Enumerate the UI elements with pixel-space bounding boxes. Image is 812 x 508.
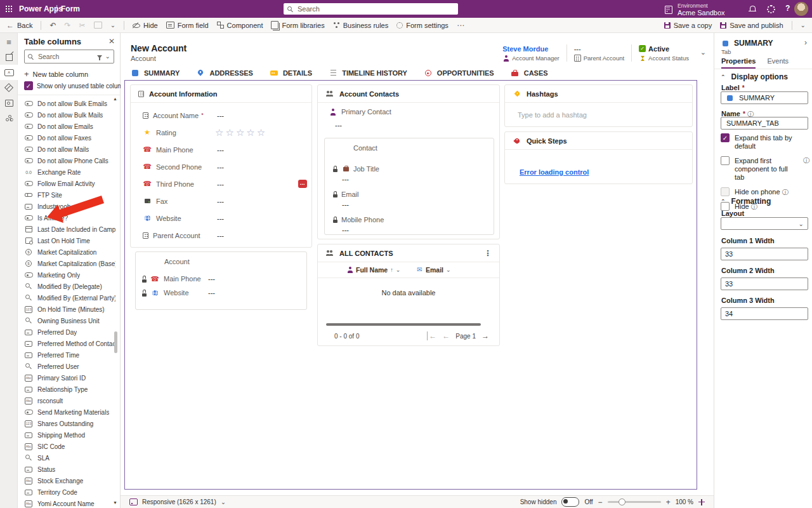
name-input[interactable] (725, 119, 804, 128)
header-field[interactable]: Active Account Status (631, 44, 696, 62)
undo-button[interactable]: ↶ (49, 22, 56, 29)
table-column-item[interactable]: Primary Satori ID (18, 372, 115, 384)
table-column-item[interactable]: Status (18, 464, 115, 475)
formatting-section[interactable]: ⌃ Formatting (721, 197, 771, 206)
collapse-panel-icon[interactable]: › (804, 38, 807, 47)
table-column-item[interactable]: SLA (18, 452, 115, 464)
kebab-menu-icon[interactable]: ⋮ (484, 249, 492, 258)
locked-field-block[interactable]: Mobile Phone --- (332, 215, 488, 236)
clipboard-dropdown[interactable]: ⌄ (110, 22, 115, 29)
checkbox-row[interactable]: Expand this tab by default (721, 133, 809, 150)
table-column-item[interactable]: Preferred User (18, 361, 115, 372)
form-tab[interactable]: CASES (511, 67, 548, 79)
columns-search-input[interactable] (37, 52, 79, 61)
form-settings-button[interactable]: Form settings (396, 22, 449, 29)
show-unused-checkbox-row[interactable]: Show only unused table columns (24, 81, 129, 90)
form-field-row[interactable]: Website --- (143, 210, 311, 227)
table-column-item[interactable]: Stock Exchange (18, 475, 115, 486)
table-column-item[interactable]: Preferred Time (18, 349, 115, 361)
business-rules-button[interactable]: Business rules (333, 22, 389, 29)
scroll-up-arrow[interactable]: ▲ (113, 97, 117, 101)
settings-icon[interactable] (767, 5, 775, 13)
table-column-item[interactable]: Shares Outstanding (18, 418, 115, 429)
checkbox[interactable] (721, 156, 730, 165)
save-options-dropdown[interactable]: ⌄ (801, 22, 806, 29)
column-header-email[interactable]: Email ⌄ (416, 262, 451, 277)
width-input[interactable] (721, 307, 808, 320)
notifications-icon[interactable] (749, 5, 756, 13)
help-icon[interactable]: ? (785, 4, 790, 11)
save-a-copy-button[interactable]: Save a copy (664, 22, 712, 29)
table-column-item[interactable]: Follow Email Activity (18, 178, 115, 189)
section-account-contacts[interactable]: Account Contacts Primary Contact --- Con… (317, 84, 500, 239)
table-column-item[interactable]: Do not allow Phone Calls (18, 155, 115, 166)
section-account-information[interactable]: Account Information Account Name* --- Ra… (130, 84, 312, 248)
table-column-item[interactable]: Modified By (Delegate) (18, 281, 115, 292)
form-libraries-button[interactable]: Form libraries (271, 21, 324, 29)
checkbox[interactable] (721, 133, 730, 142)
table-column-item[interactable]: Modified By (External Party) (18, 292, 115, 304)
table-column-item[interactable]: Do not allow Bulk Emails (18, 98, 115, 109)
checkbox[interactable] (721, 187, 730, 196)
table-column-item[interactable]: Do not allow Emails (18, 121, 115, 132)
table-column-item[interactable]: Exchange Rate (18, 166, 115, 178)
filter-icon[interactable] (97, 55, 102, 58)
form-field-row[interactable]: Third Phone --- ••• (143, 175, 311, 192)
new-table-column-button[interactable]: + New table column (24, 70, 88, 78)
paste-button[interactable] (94, 22, 102, 29)
table-column-item[interactable]: Marketing Only (18, 269, 115, 281)
form-tab[interactable]: ADDRESSES (196, 67, 252, 79)
tab-events[interactable]: Events (767, 57, 789, 69)
locked-field-block[interactable]: Email --- (332, 189, 488, 210)
save-and-publish-button[interactable]: Save and publish (720, 22, 783, 29)
rail-components-button[interactable] (0, 80, 18, 95)
show-hidden-toggle[interactable] (561, 497, 579, 507)
label-input[interactable] (738, 93, 804, 102)
avatar[interactable] (794, 2, 808, 16)
table-column-item[interactable]: SIC Code (18, 441, 115, 452)
info-icon[interactable]: ⓘ (782, 189, 789, 196)
layout-select[interactable]: ⌄ (721, 217, 808, 230)
rail-tree-view-button[interactable] (0, 110, 18, 126)
form-field-row[interactable]: Rating ☆☆☆☆☆ (143, 124, 311, 141)
table-column-item[interactable]: Owning Business Unit (18, 315, 115, 326)
table-column-item[interactable]: Yomi Account Name (18, 498, 115, 508)
table-column-item[interactable]: Do not allow Bulk Mails (18, 109, 115, 121)
section-all-contacts[interactable]: ALL CONTACTS ⋮ Full Name ↑ ⌄ Email ⌄ No … (317, 244, 500, 346)
table-column-item[interactable]: rsconsult (18, 395, 115, 406)
column-header-full-name[interactable]: Full Name ↑ ⌄ (346, 262, 400, 277)
display-options-section[interactable]: ⌃ Display options (721, 72, 788, 81)
section-quick-steps[interactable]: Quick Steps Error loading control (504, 131, 693, 184)
scroll-down-arrow[interactable]: ▼ (113, 500, 117, 505)
zoom-slider[interactable] (608, 501, 661, 503)
table-column-item[interactable]: Territory Code (18, 486, 115, 498)
chevron-down-icon[interactable]: ⌄ (396, 267, 401, 273)
rail-menu-button[interactable]: ≡ (0, 34, 18, 50)
table-column-item[interactable]: Preferred Day (18, 326, 115, 338)
locked-field-row[interactable]: Main Phone --- (141, 272, 301, 286)
previous-page-icon[interactable]: ← (442, 331, 450, 340)
table-column-item[interactable]: Last Date Included in Campaign (18, 224, 115, 235)
table-column-item[interactable]: Do not allow Mails (18, 144, 115, 155)
form-field-row[interactable]: Fax --- (143, 192, 311, 210)
columns-search-box[interactable]: ⌄ (24, 50, 114, 64)
global-search[interactable] (284, 3, 458, 15)
table-column-item[interactable]: Is Affiliate? (18, 212, 115, 224)
rail-form-designer-button[interactable] (0, 50, 18, 65)
info-icon[interactable]: ⓘ (803, 156, 809, 164)
grid-horizontal-scrollbar[interactable] (326, 323, 481, 326)
form-field-button[interactable]: Form field (166, 22, 209, 29)
header-field[interactable]: Steve Mordue Account Manager (495, 44, 566, 62)
rail-table-columns-button[interactable]: A (0, 65, 18, 80)
field-error-badge[interactable]: ••• (298, 180, 307, 188)
table-column-item[interactable]: On Hold Time (Minutes) (18, 304, 115, 315)
form-tab[interactable]: SUMMARY (131, 67, 180, 79)
locked-field-block[interactable]: Job Title --- (332, 164, 488, 185)
waffle-icon[interactable] (6, 6, 12, 12)
hide-button[interactable]: Hide (133, 22, 158, 29)
redo-button[interactable]: ↷ (65, 22, 71, 29)
table-column-item[interactable]: Market Capitalization (Base) (18, 258, 115, 269)
more-commands-button[interactable]: ⋯ (457, 22, 464, 29)
form-field-row[interactable]: Second Phone --- (143, 158, 311, 175)
table-column-item[interactable]: Preferred Method of Contact (18, 338, 115, 349)
